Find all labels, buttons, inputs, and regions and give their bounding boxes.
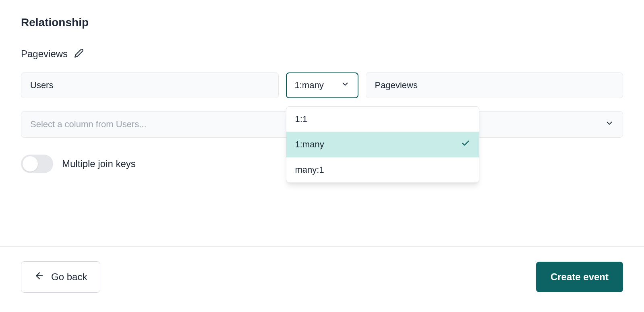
cardinality-value: 1:many (295, 80, 324, 91)
cardinality-option-label: many:1 (295, 165, 324, 175)
event-name: Pageviews (21, 48, 68, 60)
go-back-label: Go back (51, 271, 87, 283)
event-name-row: Pageviews (21, 48, 623, 60)
cardinality-wrapper: 1:many 1:1 1:many (286, 72, 358, 98)
cardinality-dropdown[interactable]: 1:many (286, 72, 358, 98)
cardinality-menu: 1:1 1:many many:1 (286, 106, 479, 183)
left-column-placeholder: Select a column from Users... (30, 119, 147, 130)
toggle-knob (23, 156, 38, 171)
left-entity-box: Users (21, 72, 279, 98)
arrow-left-icon (34, 271, 45, 283)
multiple-join-keys-label: Multiple join keys (62, 158, 136, 169)
chevron-down-icon (605, 119, 614, 130)
relationship-row: Users 1:many 1:1 1:many (21, 72, 623, 98)
check-icon (461, 139, 470, 150)
multiple-join-keys-toggle[interactable] (21, 155, 53, 173)
edit-icon[interactable] (74, 48, 84, 60)
right-entity-box: Pageviews (366, 72, 623, 98)
go-back-button[interactable]: Go back (21, 261, 100, 293)
section-title: Relationship (21, 16, 623, 29)
chevron-down-icon (341, 80, 350, 91)
left-column-select[interactable]: Select a column from Users... (21, 111, 319, 138)
create-event-label: Create event (551, 271, 609, 282)
cardinality-option-label: 1:many (295, 139, 324, 150)
cardinality-option-many-1[interactable]: many:1 (286, 157, 479, 182)
cardinality-option-1-many[interactable]: 1:many (286, 132, 479, 157)
create-event-button[interactable]: Create event (536, 262, 623, 292)
footer: Go back Create event (0, 246, 644, 312)
cardinality-option-label: 1:1 (295, 114, 308, 124)
cardinality-option-1-1[interactable]: 1:1 (286, 107, 479, 132)
